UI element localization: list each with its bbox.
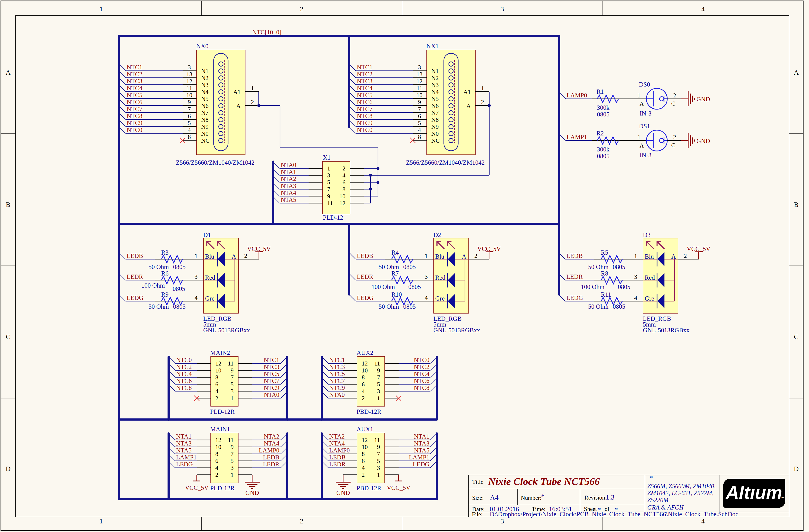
svg-text:4: 4 [188,127,191,134]
svg-text:D3: D3 [643,231,651,238]
svg-text:Z566/Z5660/ZM1040/ZM1042: Z566/Z5660/ZM1040/ZM1042 [176,159,255,166]
svg-text:NTC4: NTC4 [357,85,373,92]
svg-text:DS1: DS1 [639,123,650,130]
svg-text:4: 4 [195,295,198,301]
svg-text:50 Ohm: 50 Ohm [379,303,399,310]
svg-text:2: 2 [300,5,304,13]
svg-text:VCC_5V: VCC_5V [477,245,501,252]
svg-text:LAMP0: LAMP0 [329,447,350,454]
svg-text:1: 1 [634,252,637,259]
svg-text:1: 1 [230,472,234,478]
svg-text:MAIN1: MAIN1 [210,426,230,433]
svg-text:4: 4 [362,388,365,395]
svg-text:DS0: DS0 [639,81,650,88]
svg-text:NTC4: NTC4 [414,370,430,377]
svg-text:LAMP0: LAMP0 [259,447,279,454]
svg-text:LEDR: LEDR [566,273,583,280]
svg-text:A1: A1 [463,89,471,95]
svg-text:C: C [671,100,675,107]
svg-text:GRA & AFCH: GRA & AFCH [647,504,684,511]
svg-text:0805: 0805 [597,111,609,118]
svg-text:NTC1: NTC1 [329,356,345,363]
svg-text:1: 1 [425,252,428,259]
svg-text:NTA1: NTA1 [176,433,192,440]
svg-text:PBD-12R: PBD-12R [357,485,381,492]
svg-text:8: 8 [215,374,218,381]
svg-text:4: 4 [425,295,428,301]
svg-text:10: 10 [362,444,368,450]
svg-text:4: 4 [342,172,345,179]
svg-text:Gre: Gre [435,295,445,302]
svg-text:LEDG: LEDG [357,294,374,301]
svg-text:2: 2 [342,165,345,172]
svg-text:3: 3 [377,464,380,471]
svg-text:B: B [6,201,10,208]
svg-text:NTC[10..0]: NTC[10..0] [252,29,281,36]
svg-text:0805: 0805 [613,263,625,270]
svg-text:2: 2 [475,252,478,259]
svg-text:Title: Title [472,478,483,485]
svg-text:0805: 0805 [173,303,186,310]
svg-text:PLD-12R: PLD-12R [210,408,235,415]
svg-text:2: 2 [300,517,304,525]
svg-text:NTC9: NTC9 [357,120,373,126]
svg-text:NTC5: NTC5 [329,370,345,377]
svg-text:300k: 300k [597,104,610,111]
svg-text:A: A [232,253,237,260]
svg-text:A: A [794,69,799,76]
svg-text:NTC1: NTC1 [357,64,373,71]
svg-text:LAMP0: LAMP0 [567,92,587,99]
svg-text:NTC3: NTC3 [264,363,279,370]
svg-text:8: 8 [362,450,365,457]
svg-text:LEDB: LEDB [357,252,373,259]
svg-text:NTC6: NTC6 [127,99,142,106]
svg-text:N7: N7 [201,109,209,116]
svg-text:5: 5 [377,458,380,464]
svg-text:LEDB: LEDB [263,454,279,461]
svg-text:D: D [6,465,11,473]
svg-text:4: 4 [701,517,705,525]
svg-text:8: 8 [362,374,365,381]
svg-text:N2: N2 [201,75,209,82]
svg-text:R1: R1 [597,88,604,95]
svg-text:N8: N8 [201,117,209,123]
svg-text:NTA4: NTA4 [264,440,279,447]
svg-text:GND: GND [696,138,710,144]
svg-text:9: 9 [188,99,191,106]
svg-text:IN-3: IN-3 [640,152,652,159]
svg-text:7: 7 [188,106,191,112]
svg-text:N2: N2 [431,75,439,82]
svg-text:NTA0: NTA0 [264,391,279,398]
svg-text:10: 10 [416,92,423,99]
svg-text:3: 3 [377,388,380,395]
svg-text:LAMP1: LAMP1 [176,454,197,461]
svg-text:AUX2: AUX2 [357,349,373,356]
svg-text:10: 10 [340,193,345,200]
svg-text:2: 2 [673,134,676,141]
svg-text:7: 7 [377,374,380,381]
svg-text:5: 5 [377,381,380,388]
svg-text:LEDG: LEDG [566,294,583,301]
svg-text:7: 7 [230,450,234,457]
svg-text:NTC6: NTC6 [357,99,373,106]
svg-text:NTC4: NTC4 [127,85,142,92]
svg-text:NTC9: NTC9 [264,384,279,391]
svg-text:N8: N8 [431,117,439,123]
svg-text:2: 2 [215,395,218,402]
svg-text:0805: 0805 [173,263,186,270]
svg-text:NTC7: NTC7 [357,106,373,112]
svg-text:8: 8 [215,450,218,457]
svg-text:50 Ohm: 50 Ohm [379,263,399,270]
svg-text:2: 2 [684,252,687,259]
svg-text:Size:: Size: [472,495,484,501]
svg-text:N1: N1 [431,68,439,74]
svg-text:Z566/Z5660/ZM1040/ZM1042: Z566/Z5660/ZM1040/ZM1042 [406,159,485,166]
svg-text:GND: GND [245,489,259,496]
svg-text:5: 5 [327,179,330,186]
svg-text:PLD-12R: PLD-12R [210,485,235,492]
svg-text:PLD-12: PLD-12 [323,214,343,221]
svg-text:Nixie Clock Tube NCT566: Nixie Clock Tube NCT566 [488,476,600,487]
svg-text:13: 13 [416,71,423,78]
svg-text:R7: R7 [391,270,399,277]
svg-text:9: 9 [230,444,234,450]
